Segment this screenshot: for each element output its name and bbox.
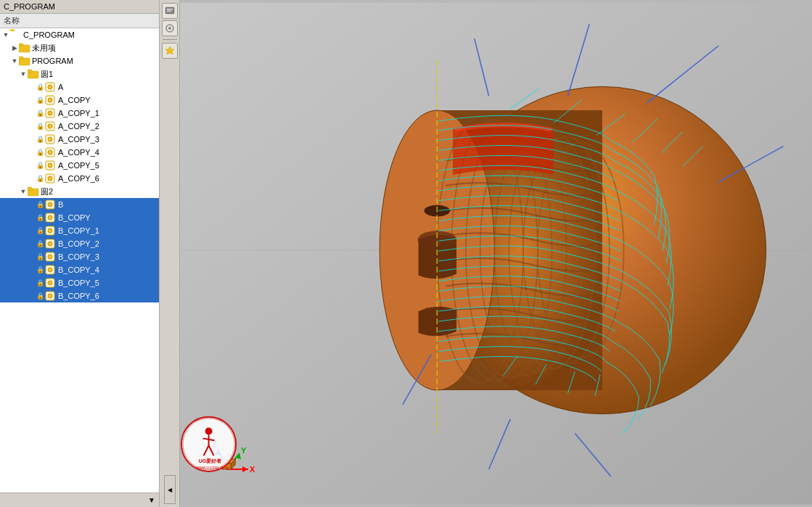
lock-icon: 🔒	[36, 240, 44, 247]
op-icon	[45, 160, 57, 170]
item-label: B_COPY_2	[58, 239, 99, 248]
toolbar-divider	[163, 39, 177, 40]
svg-point-25	[48, 202, 52, 207]
item-label: A_COPY_2	[58, 122, 99, 131]
svg-point-39	[48, 294, 52, 298]
item-label: 未用项	[32, 43, 56, 54]
collapse-button[interactable]: ◀	[164, 475, 176, 504]
op-icon	[45, 147, 57, 157]
item-label: 圆1	[41, 69, 53, 80]
panel-bottom: ▼	[0, 492, 159, 507]
svg-point-17	[48, 150, 52, 154]
folder-icon	[28, 186, 39, 197]
tree-item-group1[interactable]: ▼ 圆1	[0, 67, 159, 81]
lock-icon: 🔒	[36, 136, 44, 143]
tree-item-a_copy[interactable]: 🔒 A_COPY	[0, 94, 159, 107]
lock-icon: 🔒	[36, 292, 44, 300]
tree-item-a_copy_1[interactable]: 🔒 A_COPY_1	[0, 107, 159, 120]
item-label: A_COPY_1	[58, 109, 99, 118]
tree-item-a_copy_6[interactable]: 🔒 A_COPY_6	[0, 172, 159, 185]
lock-icon: 🔒	[36, 279, 44, 287]
op-icon	[45, 278, 57, 288]
tree-item-a_copy_3[interactable]: 🔒 A_COPY_3	[0, 133, 159, 146]
svg-text:WWW.UGSNX.COM: WWW.UGSNX.COM	[196, 466, 229, 470]
panel-header: C_PROGRAM	[0, 0, 159, 14]
main-container: C_PROGRAM 名称 ▼C_PROGRAM▶ 未用项▼ PROGRAM▼	[0, 0, 812, 507]
tree-item-a_copy_2[interactable]: 🔒 A_COPY_2	[0, 120, 159, 133]
tree-container[interactable]: ▼C_PROGRAM▶ 未用项▼ PROGRAM▼ 圆1🔒	[0, 28, 159, 492]
svg-rect-3	[19, 57, 23, 59]
panel-title: C_PROGRAM	[4, 2, 55, 11]
tool-button-2[interactable]	[162, 20, 178, 36]
svg-rect-23	[28, 187, 32, 190]
op-icon	[45, 226, 57, 236]
folder-icon	[19, 56, 30, 66]
scroll-arrow[interactable]: ▼	[148, 496, 155, 504]
tree-item-unused[interactable]: ▶ 未用项	[0, 41, 159, 54]
lock-icon: 🔒	[36, 253, 44, 260]
expand-icon[interactable]: ▼	[10, 57, 19, 65]
lock-icon: 🔒	[36, 227, 44, 234]
tool-button-3[interactable]	[162, 43, 178, 59]
item-label: A_COPY_6	[58, 174, 99, 183]
tree-item-a_copy_4[interactable]: 🔒 A_COPY_4	[0, 146, 159, 159]
svg-point-35	[48, 268, 52, 272]
op-icon	[45, 265, 57, 275]
tree-item-c_program[interactable]: ▼C_PROGRAM	[0, 28, 159, 41]
tree-item-b_copy_3[interactable]: 🔒 B_COPY_3	[0, 250, 159, 263]
svg-point-19	[48, 163, 52, 168]
svg-point-11	[48, 111, 52, 115]
item-label: 圆2	[41, 186, 53, 197]
lock-icon: 🔒	[36, 110, 44, 117]
svg-marker-45	[165, 46, 174, 54]
item-label: A_COPY_5	[58, 161, 99, 170]
item-label: B	[58, 200, 63, 209]
lock-icon: 🔒	[36, 162, 44, 169]
item-label: B_COPY_4	[58, 265, 99, 274]
tree-item-a_copy_5[interactable]: 🔒 A_COPY_5	[0, 159, 159, 172]
tree-item-b_copy_6[interactable]: 🔒 B_COPY_6	[0, 289, 159, 302]
op-icon	[45, 95, 57, 105]
tree-item-b_copy_1[interactable]: 🔒 B_COPY_1	[0, 224, 159, 237]
svg-rect-41	[167, 9, 173, 10]
tree-item-b_copy_4[interactable]: 🔒 B_COPY_4	[0, 263, 159, 276]
tree-item-program[interactable]: ▼ PROGRAM	[0, 54, 159, 67]
svg-point-9	[48, 98, 52, 102]
folder-icon	[28, 69, 39, 79]
expand-icon[interactable]: ▼	[19, 70, 28, 78]
expand-icon[interactable]: ▶	[10, 44, 19, 51]
tree-item-group2[interactable]: ▼ 圆2	[0, 185, 159, 198]
item-label: PROGRAM	[32, 57, 73, 65]
op-icon	[45, 239, 57, 249]
item-label: A	[58, 83, 63, 91]
item-label: B_COPY_5	[58, 279, 99, 287]
svg-text:UG爱好者: UG爱好者	[199, 458, 222, 464]
toolbar-strip: ◀	[160, 0, 180, 507]
svg-rect-5	[28, 70, 32, 73]
svg-point-29	[48, 228, 52, 233]
tree-item-b_copy[interactable]: 🔒 B_COPY	[0, 211, 159, 224]
svg-point-33	[48, 255, 52, 259]
lock-icon: 🔒	[36, 175, 44, 182]
tree-item-b_copy_5[interactable]: 🔒 B_COPY_5	[0, 276, 159, 289]
viewport[interactable]: Z X Y	[180, 0, 812, 507]
tree-item-a[interactable]: 🔒 A	[0, 81, 159, 94]
svg-point-83	[205, 428, 213, 435]
tree-item-b_copy_2[interactable]: 🔒 B_COPY_2	[0, 237, 159, 250]
op-icon	[45, 291, 57, 301]
svg-point-27	[48, 215, 52, 220]
op-icon	[45, 108, 57, 118]
viewport-svg: Z X Y	[180, 0, 812, 507]
lock-icon: 🔒	[36, 214, 44, 221]
op-icon	[45, 252, 57, 262]
op-icon	[45, 82, 57, 92]
svg-point-44	[168, 27, 171, 30]
tree-item-b[interactable]: 🔒 B	[0, 198, 159, 211]
op-icon	[45, 213, 57, 223]
expand-icon[interactable]: ▼	[19, 188, 28, 195]
op-icon	[45, 121, 57, 131]
tool-button-1[interactable]	[162, 3, 178, 19]
lock-icon: 🔒	[36, 266, 44, 273]
expand-icon[interactable]: ▼	[1, 31, 10, 38]
item-label: A_COPY_4	[58, 148, 99, 157]
